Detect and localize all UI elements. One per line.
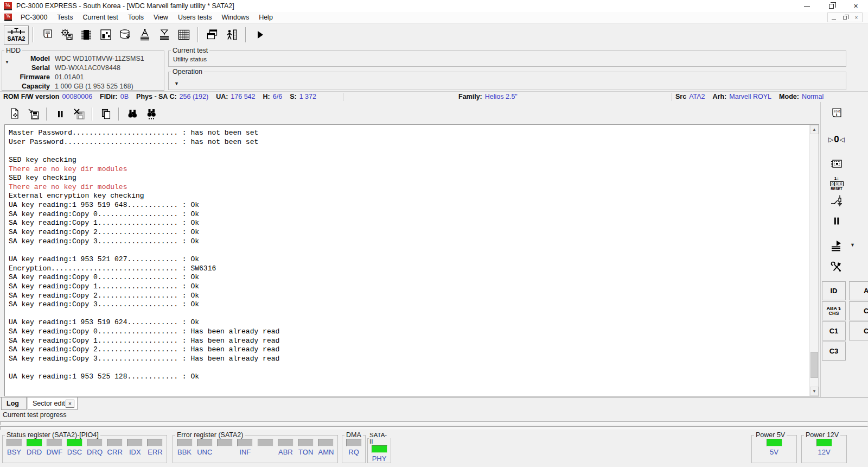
- app-logo-icon: ¾: [4, 2, 12, 10]
- mdi-minimize-button[interactable]: [828, 13, 839, 22]
- led-indicator: [107, 439, 123, 446]
- save-log-icon: [27, 108, 40, 121]
- log-line: [9, 246, 807, 255]
- log-output-area[interactable]: Master Password.........................…: [4, 124, 819, 396]
- menu-item[interactable]: Tests: [52, 12, 78, 23]
- mdi-close-button[interactable]: ×: [851, 13, 862, 22]
- restore-icon: [843, 16, 847, 20]
- partial-button[interactable]: C: [849, 321, 868, 340]
- dma-led: RQ: [345, 439, 362, 456]
- surface-grid-button[interactable]: [174, 26, 194, 44]
- status-register-led: DRD: [25, 439, 43, 456]
- partial-button[interactable]: A: [849, 281, 868, 300]
- hdd-dropdown-icon[interactable]: ▼: [5, 60, 9, 65]
- find-button[interactable]: [124, 106, 141, 122]
- hdd-field-label: Firmware: [2, 73, 50, 81]
- find-next-icon: [145, 108, 158, 121]
- start-script-dropdown-icon[interactable]: ▼: [850, 242, 855, 248]
- power-relay-icon: [829, 193, 844, 207]
- led-indicator: [177, 439, 193, 446]
- run-test-icon: [253, 28, 267, 42]
- hdd-field-value: 01.01A01: [55, 73, 84, 81]
- restore-button[interactable]: [819, 0, 844, 12]
- log-scrollbar[interactable]: ▲ ▼: [809, 125, 819, 396]
- surface-grid-icon: [177, 28, 191, 42]
- utility-resources-icon: i: [40, 28, 54, 42]
- utility-resources-button[interactable]: i: [37, 26, 57, 44]
- log-line: [9, 147, 807, 156]
- minimize-button[interactable]: [795, 0, 819, 12]
- data-export-button[interactable]: [116, 26, 135, 44]
- bottom-tabrow: Log Sector edit ×: [0, 397, 868, 411]
- menu-item[interactable]: Users tests: [173, 12, 217, 23]
- run-test-button[interactable]: [250, 26, 270, 44]
- led-indicator: [372, 445, 387, 453]
- hdd-info-row: Capacity 1 000 GB (1 953 525 168): [2, 81, 164, 91]
- close-icon: ×: [853, 2, 858, 10]
- log-line: SA key reading:Copy 3...................…: [9, 237, 807, 247]
- heads-test-button[interactable]: [135, 26, 155, 44]
- utility-settings-button[interactable]: [57, 26, 76, 44]
- new-log-button[interactable]: [6, 106, 23, 122]
- exit-button[interactable]: [222, 26, 241, 44]
- cascade-windows-button[interactable]: [202, 26, 222, 44]
- sata2-port-button[interactable]: SATA2: [4, 26, 29, 45]
- error-register-legend: Error register (SATA2): [175, 432, 245, 438]
- log-line: SA key reading:Copy 1...................…: [9, 282, 807, 292]
- log-line: SA key reading:Copy 2...................…: [9, 345, 807, 355]
- data-export-icon: [118, 28, 132, 42]
- flash-chip-button[interactable]: [825, 155, 848, 173]
- find-next-button[interactable]: [143, 106, 159, 122]
- zero-fill-button[interactable]: ▷0◁: [825, 130, 848, 149]
- start-script-button[interactable]: [825, 236, 848, 255]
- status-register-led: DSC: [66, 439, 83, 456]
- menu-item[interactable]: PC-3000: [16, 12, 52, 23]
- scroll-down-icon[interactable]: ▼: [810, 387, 819, 396]
- c1-button[interactable]: C1: [822, 321, 846, 340]
- hdd-field-value: WD-WXA1AC0V8448: [55, 64, 120, 72]
- cancel-save-button[interactable]: [71, 106, 87, 122]
- status-register-led: CRR: [106, 439, 124, 456]
- status-register-led: DWF: [46, 439, 63, 456]
- power-relay-button[interactable]: [825, 191, 848, 210]
- c3-button[interactable]: C3: [822, 342, 846, 361]
- operation-dropdown-icon[interactable]: ▼: [174, 81, 179, 86]
- menu-item[interactable]: View: [149, 12, 173, 23]
- cancel-save-icon: [73, 108, 86, 121]
- aba-chs-button[interactable]: ABA↴ CHS: [822, 301, 846, 320]
- error-register-led: [257, 439, 274, 456]
- save-log-button[interactable]: [25, 106, 42, 122]
- log-line: UA key reading:1 953 521 027............…: [9, 255, 807, 264]
- menu-item[interactable]: Help: [254, 12, 278, 23]
- id-button[interactable]: ID: [822, 281, 846, 300]
- menu-item[interactable]: Tools: [123, 12, 149, 23]
- tab-close-icon[interactable]: ×: [66, 400, 74, 408]
- rom-chip-button[interactable]: [76, 26, 96, 44]
- drive-id-button[interactable]: 0101 i: [825, 104, 848, 123]
- pause-icon: [54, 108, 67, 121]
- pause-script-button[interactable]: [825, 212, 848, 230]
- defects-funnel-button[interactable]: [155, 26, 174, 44]
- tab-log[interactable]: Log: [1, 397, 27, 410]
- log-line: [9, 364, 807, 373]
- mdi-restore-button[interactable]: [839, 13, 851, 22]
- pause-log-button[interactable]: [52, 106, 68, 122]
- mdi-window-controls: ×: [827, 12, 863, 22]
- scroll-up-icon[interactable]: ▲: [810, 125, 819, 134]
- close-button[interactable]: ×: [844, 0, 868, 12]
- copy-button[interactable]: [97, 106, 114, 122]
- led-indicator: [237, 439, 253, 446]
- scrollbar-thumb[interactable]: [810, 352, 818, 378]
- tools-button[interactable]: [825, 258, 848, 276]
- led-indicator: [298, 439, 314, 446]
- hdd-info-rows: Model WDC WD10TMVW-11ZSMS1 Serial WD-WXA…: [2, 54, 164, 91]
- partial-button[interactable]: C: [849, 301, 868, 320]
- log-line: SA key reading:Copy 1...................…: [9, 219, 807, 228]
- reset-button[interactable]: 1↓ 000 RESET: [825, 174, 848, 192]
- current-test-status: Utility status: [173, 56, 846, 62]
- menu-item[interactable]: Windows: [216, 12, 254, 23]
- utility-settings-icon: [60, 28, 74, 42]
- menu-item[interactable]: Current test: [78, 12, 123, 23]
- tab-sector-edit[interactable]: Sector edit ×: [28, 397, 78, 410]
- sa-structure-button[interactable]: [96, 26, 116, 44]
